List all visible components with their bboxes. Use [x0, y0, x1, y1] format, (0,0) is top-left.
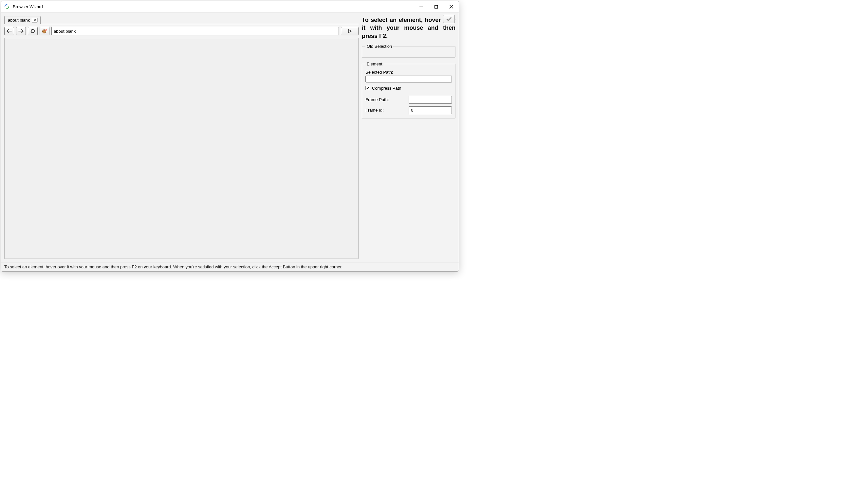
instructions-text: To select an element, hover over it with… [362, 16, 456, 40]
titlebar: Browser Wizard [1, 1, 459, 13]
compress-path-checkbox[interactable] [366, 86, 370, 90]
svg-marker-17 [349, 30, 351, 33]
side-panel: To select an element, hover over it with… [362, 14, 459, 262]
svg-line-16 [45, 29, 47, 31]
svg-line-6 [34, 19, 36, 21]
forward-button[interactable] [16, 27, 26, 35]
svg-marker-1 [6, 8, 7, 9]
nav-toolbar [4, 24, 358, 38]
status-text: To select an element, hover over it with… [4, 265, 342, 269]
arrow-left-icon [6, 29, 12, 33]
svg-line-4 [449, 5, 453, 8]
old-selection-group: Old Selection [362, 44, 456, 58]
app-body: about:blank [1, 13, 459, 271]
play-icon [348, 29, 352, 33]
svg-point-10 [42, 30, 46, 33]
svg-point-11 [43, 31, 44, 32]
selected-path-label: Selected Path: [366, 70, 452, 75]
svg-point-12 [44, 32, 45, 32]
element-group: Element Selected Path: Compress Path [362, 61, 456, 119]
maximize-button[interactable] [429, 1, 444, 13]
tab[interactable]: about:blank [4, 16, 41, 24]
frame-id-label: Frame Id: [366, 108, 405, 112]
minimize-button[interactable] [413, 1, 429, 13]
frame-path-input[interactable] [409, 96, 452, 104]
stop-cookies-button[interactable] [40, 27, 50, 35]
svg-line-15 [45, 29, 47, 31]
address-bar[interactable] [51, 27, 339, 35]
svg-point-13 [45, 31, 45, 31]
compress-path-label: Compress Path [372, 86, 402, 91]
cookie-stop-icon [42, 29, 47, 34]
status-bar: To select an element, hover over it with… [1, 262, 459, 271]
svg-marker-9 [34, 30, 35, 31]
tab-bar: about:blank [4, 14, 358, 24]
refresh-icon [30, 29, 35, 34]
app-window: Browser Wizard a [1, 1, 459, 272]
frame-path-label: Frame Path: [366, 97, 405, 102]
tab-label: about:blank [8, 18, 30, 22]
close-icon [33, 19, 36, 22]
tab-close-button[interactable] [32, 18, 38, 22]
svg-line-7 [34, 19, 36, 21]
frame-id-input[interactable] [409, 106, 452, 114]
element-legend: Element [366, 61, 384, 67]
old-selection-legend: Old Selection [366, 44, 393, 49]
browser-panel: about:blank [1, 14, 362, 262]
svg-marker-0 [6, 4, 7, 5]
close-button[interactable] [444, 1, 459, 13]
refresh-button[interactable] [28, 27, 38, 35]
svg-rect-3 [435, 5, 438, 8]
check-icon [366, 86, 369, 90]
window-title: Browser Wizard [13, 4, 43, 9]
check-icon [446, 17, 452, 21]
app-icon [4, 4, 10, 10]
selected-path-input[interactable] [366, 76, 452, 83]
go-button[interactable] [341, 27, 358, 35]
accept-button[interactable] [443, 15, 455, 23]
back-button[interactable] [4, 27, 14, 35]
page-viewport[interactable] [4, 38, 358, 259]
svg-point-14 [45, 29, 47, 31]
arrow-right-icon [18, 29, 24, 33]
svg-marker-8 [31, 31, 32, 32]
svg-line-5 [449, 5, 453, 8]
